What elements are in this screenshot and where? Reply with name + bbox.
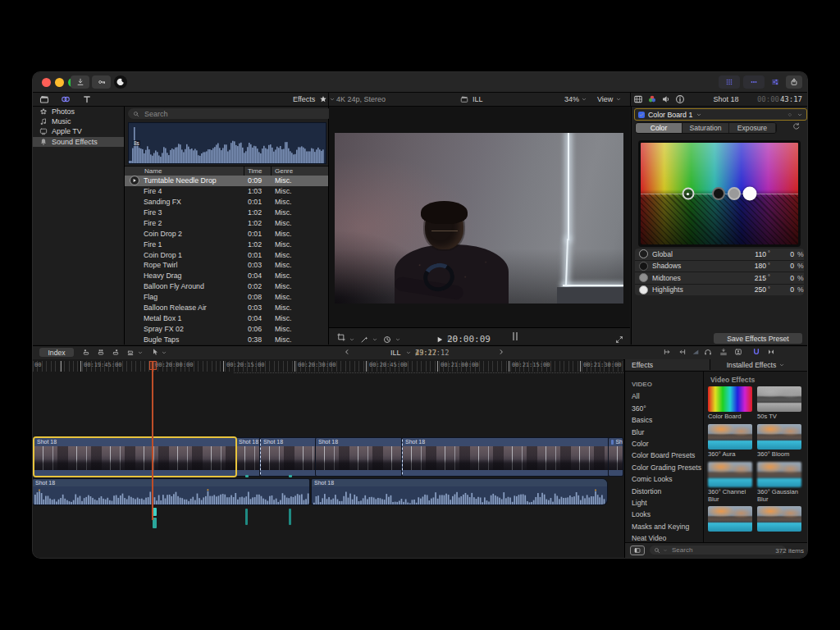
overwrite-clip-icon[interactable] [126, 348, 135, 356]
sound-effect-row[interactable]: Fire 21:02Misc. [125, 218, 328, 229]
effect-item[interactable] [757, 506, 801, 541]
share-button[interactable] [786, 75, 802, 89]
installed-effects-dropdown[interactable]: Installed Effects [704, 359, 807, 370]
effects-tab[interactable]: Effects [625, 359, 710, 370]
sidebar-item-photos[interactable]: Photos [33, 107, 124, 116]
control-row-midtones[interactable]: Midtones215°0% [635, 272, 804, 285]
save-effects-preset-button[interactable]: Save Effects Preset [714, 333, 802, 344]
audio-meter[interactable] [516, 332, 518, 340]
connected-audio-clip[interactable] [153, 508, 157, 516]
category-looks[interactable]: Looks [625, 509, 703, 520]
highlights-puck[interactable] [743, 187, 757, 201]
column-genre[interactable]: Genre [275, 167, 293, 175]
color-inspector-icon[interactable] [647, 94, 657, 104]
insert-clip-icon[interactable] [97, 348, 105, 356]
sound-effect-row[interactable]: Bugle Taps0:38Misc. [125, 334, 328, 345]
amount-value[interactable]: 0 [786, 274, 794, 282]
sound-effect-row[interactable]: Fire 11:02Misc. [125, 239, 328, 249]
sound-effect-row[interactable]: Coin Drop 20:01Misc. [125, 228, 328, 239]
sound-effect-row[interactable]: Metal Box 10:04Misc. [125, 313, 328, 323]
control-row-shadows[interactable]: Shadows180°0% [635, 261, 804, 273]
tab-color[interactable]: Color [636, 123, 682, 133]
category-comic-looks[interactable]: Comic Looks [625, 473, 703, 485]
tab-exposure[interactable]: Exposure [729, 123, 776, 133]
timeline-layout-button[interactable] [743, 75, 765, 89]
chevron-down-icon[interactable] [161, 349, 167, 356]
amount-value[interactable]: 0 [786, 285, 794, 294]
category-color-board-presets[interactable]: Color Board Presets [625, 450, 703, 461]
timeline-pane[interactable]: 0000:19:45:0000:20:00:0000:20:15:0000:20… [33, 359, 623, 558]
midtones-puck[interactable] [728, 187, 741, 200]
sound-effect-row[interactable]: Heavy Drag0:04Misc. [125, 271, 328, 281]
next-project-icon[interactable] [497, 348, 505, 356]
chevron-down-icon[interactable] [581, 96, 587, 103]
effect-item[interactable]: 50s TV [757, 386, 801, 421]
hue-angle-value[interactable]: 215 [748, 274, 766, 282]
category-light[interactable]: Light [625, 497, 703, 509]
play-icon[interactable] [436, 332, 444, 340]
connected-marker[interactable] [245, 475, 249, 477]
chevron-down-icon[interactable] [395, 333, 401, 340]
video-clip[interactable]: Shot 18 [34, 438, 235, 476]
index-button[interactable]: Index [39, 348, 74, 357]
viewer-view-menu[interactable]: View [597, 95, 613, 103]
audio-meter[interactable] [513, 332, 514, 340]
chevron-down-icon[interactable] [329, 96, 336, 103]
sidebar-item-sound-effects[interactable]: Sound Effects [33, 137, 124, 147]
sound-effect-row[interactable]: Sanding FX0:01Misc. [125, 197, 328, 208]
playhead-handle[interactable] [149, 361, 157, 370]
category-masks-and-keying[interactable]: Masks and Keying [625, 521, 703, 532]
hue-angle-value[interactable]: 180 [748, 262, 766, 270]
sound-effect-row[interactable]: Flag0:08Misc. [125, 292, 328, 303]
effect-item[interactable]: 360° Channel Blur [708, 462, 752, 503]
audio-clip[interactable]: Shot 18 [33, 479, 309, 504]
clip-appearance-icon[interactable] [734, 348, 742, 356]
chevron-down-icon[interactable] [349, 333, 355, 340]
solo-headphones-icon[interactable] [704, 348, 712, 356]
effect-thumbnail[interactable] [708, 506, 752, 532]
select-tool-icon[interactable] [151, 348, 159, 356]
video-clip[interactable]: Shot 18 [260, 438, 317, 476]
minimize-button[interactable] [55, 78, 64, 87]
column-name[interactable]: Name [144, 167, 162, 175]
video-inspector-icon[interactable] [633, 94, 643, 104]
effects-search-input[interactable] [670, 546, 782, 555]
chevron-down-icon[interactable] [696, 112, 702, 118]
append-clip-icon[interactable] [112, 348, 120, 356]
audio-preview-waveform[interactable]: 8s [128, 122, 326, 164]
connected-marker[interactable] [289, 475, 292, 477]
info-inspector-icon[interactable] [675, 94, 685, 104]
reset-icon[interactable] [792, 122, 801, 130]
chevron-down-icon[interactable] [615, 96, 622, 103]
connected-audio-clip[interactable] [289, 509, 291, 525]
sidebar-item-music[interactable]: Music [33, 116, 124, 126]
sound-effect-row[interactable]: Fire 41:03Misc. [125, 186, 328, 197]
skimming-icon[interactable] [719, 348, 728, 356]
sound-effect-row[interactable]: Rope Twirl0:03Misc. [125, 260, 328, 271]
fullscreen-expand-icon[interactable] [615, 332, 623, 340]
effect-item[interactable]: 360° Aura [708, 424, 752, 459]
video-clip[interactable]: Shot 18 [402, 438, 609, 476]
effect-item[interactable]: Color Board [708, 386, 752, 421]
effect-thumbnail[interactable] [757, 462, 801, 487]
chevron-down-icon[interactable] [405, 349, 412, 356]
media-browser-icon[interactable] [39, 94, 49, 104]
transitions-browser-icon[interactable] [767, 348, 775, 356]
global-puck[interactable] [682, 188, 694, 200]
video-frame[interactable] [335, 133, 623, 304]
effect-item[interactable]: 360° Bloom [757, 424, 801, 459]
close-button[interactable] [42, 78, 51, 87]
sidebar-toggle-button[interactable] [630, 546, 645, 555]
amount-value[interactable]: 0 [786, 262, 794, 270]
video-clip[interactable]: Sh [609, 438, 623, 476]
previous-project-icon[interactable] [343, 348, 351, 356]
trim-start-icon[interactable] [663, 348, 671, 356]
browser-layout-button[interactable] [719, 75, 740, 89]
browser-media-kind-label[interactable]: Effects [293, 95, 315, 103]
sound-effect-row[interactable]: Coin Drop 10:01Misc. [125, 249, 328, 260]
control-row-global[interactable]: Global110°0% [635, 249, 804, 261]
titlebar[interactable] [33, 72, 807, 93]
trim-end-icon[interactable] [678, 348, 687, 356]
playhead[interactable] [152, 361, 153, 520]
sound-effect-row[interactable]: Fire 31:02Misc. [125, 208, 328, 218]
